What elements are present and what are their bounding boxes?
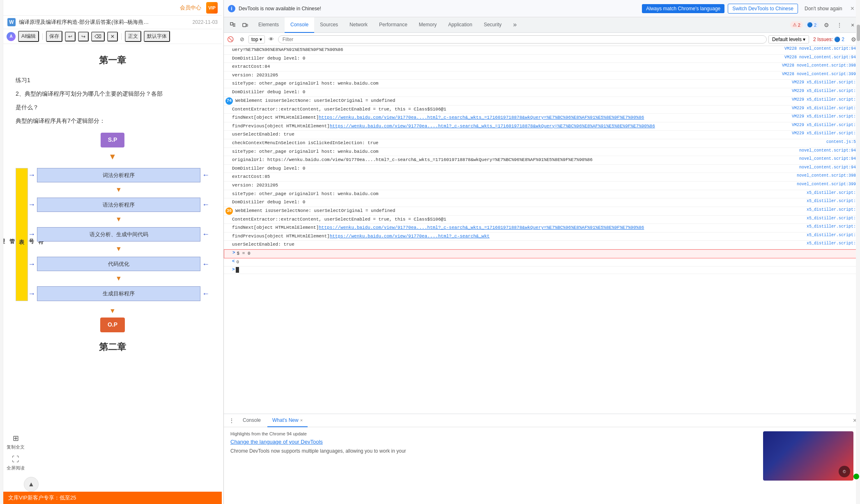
vip-banner[interactable]: 文库VIP新客户专享：低至25 [3, 492, 222, 504]
log-row: findNext[object HTMLHtmlElement]https://… [224, 114, 860, 122]
log-source[interactable]: x5_distiller.script:1 [803, 191, 858, 195]
tab-application[interactable]: Application [442, 17, 478, 33]
log-source[interactable]: novel_content.script:947 [796, 156, 858, 161]
dont-show-again-button[interactable]: Don't show again [801, 4, 846, 13]
tab-elements[interactable]: Elements [253, 17, 285, 33]
tab-sources[interactable]: Sources [314, 17, 344, 33]
sp-box: S.P [101, 133, 125, 147]
console-log-area[interactable]: uery=%E7%BC%96%E8%AF%91%E5%8E%9F%E7%90%8… [224, 46, 860, 414]
log-row: findNext[object HTMLHtmlElement]https://… [224, 224, 860, 232]
log-source[interactable]: VM228 novel_content.script:3993 [779, 72, 858, 76]
bp-menu-icon[interactable]: ⋮ [227, 416, 236, 426]
log-source[interactable]: VM229 x5_distiller.script:1 [789, 114, 858, 119]
log-source[interactable]: VM229 x5_distiller.script:1 [789, 89, 858, 93]
settings-icon[interactable]: ⚙ [821, 19, 832, 31]
font-dropdown[interactable]: 默认字体 [144, 31, 170, 42]
diagram-row-4: → 代码优化 ← [28, 257, 209, 271]
tab-performance[interactable]: Performance [373, 17, 413, 33]
devtools-tabs: Elements Console Sources Network Perform… [224, 17, 860, 33]
log-source[interactable]: VM229 x5_distiller.script:1 [789, 80, 858, 85]
log-link[interactable]: https://wenku.baidu.com/view/91770ea....… [330, 124, 655, 129]
warning-badge[interactable]: ⚠ ⚠ 2 2 [790, 21, 803, 28]
context-dropdown[interactable]: top ▾ [248, 35, 265, 44]
log-source[interactable]: VM229 x5_distiller.script:1 [789, 97, 858, 102]
log-source[interactable]: VM229 x5_distiller.script:1 [789, 131, 858, 136]
default-levels-dropdown[interactable]: Default levels ▾ [768, 35, 809, 44]
scroll-thumb[interactable] [857, 25, 860, 41]
arrow-left-1: ← [202, 168, 209, 182]
log-source[interactable]: x5_distiller.script:1 [803, 233, 858, 237]
switch-devtools-button[interactable]: Switch DevTools to Chinese [728, 4, 798, 14]
console-cursor-row[interactable]: > [224, 267, 860, 274]
format-dropdown[interactable]: 正文 [125, 31, 141, 42]
log-source[interactable]: novel_content.script:3983 [793, 173, 858, 178]
vip-icon[interactable]: VIP [206, 2, 218, 14]
log-text: siteType: other_page originalUrl host: w… [232, 191, 803, 198]
issues-count[interactable]: 2 Issues: 🔵 2 [811, 36, 847, 43]
member-center-link[interactable]: 会员中心 [180, 4, 201, 12]
scroll-indicator[interactable] [856, 0, 860, 504]
preserve-log-icon[interactable]: ⊘ [237, 35, 247, 44]
log-source[interactable]: novel_content.script:3993 [793, 182, 858, 186]
tab-more[interactable]: » [507, 17, 522, 33]
log-source[interactable]: x5_distiller.script:1 [803, 207, 858, 212]
save-button[interactable]: 保存 [46, 31, 62, 42]
log-text: siteType: other_page originalUrl host: w… [232, 80, 789, 87]
log-source[interactable]: x5_distiller.script:1 [803, 199, 858, 203]
log-text: checkContextMenuInSelection isClickedInS… [232, 140, 823, 147]
ai-edit-button[interactable]: AI编辑 [18, 31, 39, 42]
undo-button[interactable]: ↩ [65, 32, 76, 41]
log-source[interactable]: content.js:50 [823, 140, 858, 144]
log-text: extractCost:84 [232, 63, 779, 71]
log-source[interactable]: x5_distiller.script:1 [803, 224, 858, 229]
clear-button[interactable]: ✕ [107, 32, 118, 41]
log-source[interactable]: VM229 x5_distiller.script:1 [789, 106, 858, 110]
fullscreen-btn[interactable]: ⛶ 全屏阅读 [7, 455, 25, 471]
eye-icon[interactable]: 👁 [267, 35, 276, 44]
match-language-button[interactable]: Always match Chrome's language [642, 4, 724, 13]
log-link[interactable]: https://wenku.baidu.com/view/91770ea....… [319, 115, 644, 120]
info-badge[interactable]: 🔵 2 [805, 21, 819, 28]
log-link[interactable]: https://wenku.baidu.com/view/91770ea....… [319, 225, 644, 230]
tab-network[interactable]: Network [344, 17, 373, 33]
cursor-symbol: > [232, 267, 235, 272]
redo-button[interactable]: ↪ [78, 32, 89, 41]
filter-input[interactable] [278, 35, 767, 44]
log-row: DomDistiller debug level: 0VM229 x5_dist… [224, 88, 860, 97]
tab-memory[interactable]: Memory [413, 17, 442, 33]
console-prompt-row[interactable]: >$ = 0 [224, 249, 860, 258]
console-toolbar: 🚫 ⊘ top ▾ 👁 Default levels ▾ 2 Issues: 🔵… [224, 33, 860, 46]
article-title[interactable]: Change the language of your DevTools [230, 439, 757, 445]
log-source[interactable]: VM228 novel_content.script:3983 [779, 63, 858, 68]
log-text: version: 20231205 [232, 182, 793, 189]
log-source[interactable]: x5_distiller.script:1 [803, 241, 858, 246]
bp-tab-console[interactable]: Console [238, 414, 266, 427]
info-bar-close[interactable]: × [849, 4, 856, 13]
chapter2-title: 第二章 [16, 339, 209, 355]
toolbar-divider-1 [42, 33, 43, 40]
more-options-icon[interactable]: ⋮ [834, 19, 845, 31]
bottom-panel: ⋮ Console What's New × × Highlights from… [224, 414, 860, 504]
clear-console-icon[interactable]: 🚫 [225, 35, 235, 44]
log-link[interactable]: https://wenku.baidu.com/view/91770ea....… [330, 234, 490, 239]
bp-tab-whats-new[interactable]: What's New × [267, 414, 308, 427]
device-toolbar-icon[interactable] [239, 19, 251, 31]
log-source[interactable]: VM228 novel_content.script:947 [781, 55, 858, 60]
log-text: DomDistiller debug level: 0 [232, 89, 789, 96]
log-text: WebElement isUserSelectNone: userSelectO… [235, 207, 803, 215]
whats-new-image: © [763, 431, 853, 481]
delete-button[interactable]: ⌫ [91, 32, 105, 41]
bp-tab-close-icon[interactable]: × [300, 418, 303, 423]
log-source[interactable]: novel_content.script:947 [796, 148, 858, 153]
inspect-icon[interactable] [227, 19, 239, 31]
log-text: DomDistiller debug level: 0 [232, 199, 803, 206]
log-source[interactable]: x5_distiller.script:1 [803, 216, 858, 221]
tab-security[interactable]: Security [478, 17, 507, 33]
log-source[interactable]: VM229 x5_distiller.script:1 [789, 123, 858, 127]
copy-all-btn[interactable]: ⊞ 复制全文 [7, 434, 25, 450]
log-source[interactable]: VM228 novel_content.script:947 [781, 46, 858, 51]
tab-console[interactable]: Console [285, 17, 314, 33]
scroll-up-button[interactable]: ▲ [24, 477, 39, 492]
arrow-right-5: → [28, 287, 35, 300]
log-source[interactable]: novel_content.script:947 [796, 165, 858, 170]
